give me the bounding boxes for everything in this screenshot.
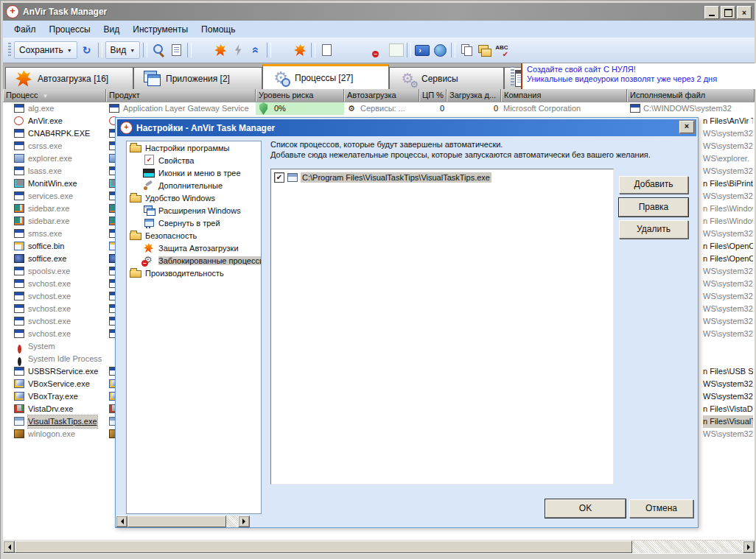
- tree-item[interactable]: Заблокированные процессы: [127, 254, 261, 267]
- tree-item[interactable]: Свернуть в трей: [127, 217, 261, 229]
- tree-item[interactable]: Производительность: [127, 267, 261, 279]
- column-header[interactable]: Компания: [501, 89, 627, 102]
- tree-item[interactable]: Удобство Windows: [127, 191, 261, 204]
- gearx-icon[interactable]: [336, 42, 352, 58]
- tree-item[interactable]: Дополнительные: [127, 179, 261, 191]
- window-icon: [14, 104, 24, 113]
- open-folder-icon[interactable]: [195, 42, 211, 58]
- menu-item[interactable]: Файл: [7, 22, 43, 37]
- tree-item[interactable]: Настройки программы: [127, 141, 261, 154]
- delete-button[interactable]: Удалить: [619, 220, 688, 239]
- view-button[interactable]: Вид▼: [105, 41, 141, 59]
- folder-icon: [130, 270, 141, 278]
- close-button[interactable]: ×: [737, 6, 752, 19]
- refresh-icon[interactable]: ↻: [79, 42, 95, 58]
- column-header[interactable]: Автозагрузка: [344, 89, 419, 102]
- risk-cell: 0%: [256, 102, 344, 115]
- maximize-button[interactable]: [721, 6, 735, 19]
- blockgear-icon[interactable]: [371, 42, 388, 58]
- web-icon[interactable]: [432, 42, 448, 58]
- console-icon[interactable]: [414, 42, 430, 58]
- sidebar-icon: [14, 204, 24, 213]
- scrollbar-thumb[interactable]: [127, 516, 226, 527]
- settings-tree: Настройки программы Свойства Иконки и ме…: [126, 141, 262, 514]
- column-header[interactable]: Процесс▼: [3, 89, 106, 102]
- dialog-description-2: Добавьте сюда нежелательные процессы, ко…: [270, 150, 651, 159]
- tab[interactable]: Приложения [2]: [133, 67, 262, 89]
- folders-icon[interactable]: [476, 42, 492, 58]
- cancel-button[interactable]: Отмена: [629, 499, 693, 518]
- copy-icon[interactable]: [458, 42, 475, 58]
- dialog-title-bar[interactable]: + Настройки - AnVir Task Manager: [117, 119, 696, 136]
- unblock-icon[interactable]: [389, 43, 404, 57]
- menu-item[interactable]: Инструменты: [126, 22, 195, 37]
- column-header[interactable]: Продукт: [106, 89, 256, 102]
- disconnect-icon[interactable]: [230, 42, 246, 58]
- settings-dialog: + Настройки - AnVir Task Manager × Настр…: [115, 117, 699, 528]
- table-row[interactable]: alg.exe Application Layer Gateway Servic…: [3, 102, 755, 115]
- edit-button[interactable]: Правка: [619, 198, 688, 217]
- minimize-button[interactable]: [704, 6, 719, 19]
- save-button[interactable]: Сохранить▼: [14, 41, 77, 59]
- column-header[interactable]: ЦП %: [419, 89, 447, 102]
- toolbar-grip[interactable]: [8, 43, 11, 57]
- moveup-icon[interactable]: [248, 42, 264, 58]
- column-header[interactable]: Исполняемый файл: [627, 89, 755, 102]
- ad-banner[interactable]: Создайте свой сайт С НУЛЯ! Уникальные ви…: [521, 63, 756, 89]
- tab[interactable]: Автозагрузка [16]: [5, 67, 133, 89]
- tab[interactable]: Сервисы: [389, 67, 504, 89]
- toolbar-icons: [150, 42, 528, 58]
- add-button[interactable]: Добавить: [619, 176, 688, 194]
- window-bottom-border: [3, 553, 755, 558]
- tab[interactable]: Процессы [27]: [262, 64, 389, 90]
- ok-button[interactable]: OK: [545, 499, 626, 518]
- vbox-icon: [14, 392, 24, 401]
- restart-icon[interactable]: [274, 42, 290, 58]
- spell-icon[interactable]: [494, 42, 510, 58]
- go-icon[interactable]: [511, 42, 528, 58]
- kill-icon[interactable]: [354, 42, 370, 58]
- tree-item[interactable]: Расширения Windows: [127, 204, 261, 217]
- dialog-close-button[interactable]: ×: [679, 121, 694, 133]
- newfile-icon[interactable]: [318, 42, 335, 58]
- services-tab-icon: [399, 70, 416, 88]
- menu-bar: ФайлПроцессыВидИнструментыПомощь: [3, 21, 755, 38]
- menu-item[interactable]: Вид: [97, 22, 127, 37]
- dialog-description-1: Список процессов, которые будут завершен…: [270, 140, 503, 149]
- tree-horizontal-scrollbar: [116, 516, 250, 527]
- tree-item[interactable]: Защита Автозагрузки: [127, 242, 261, 254]
- search-icon[interactable]: [150, 42, 167, 58]
- dialog-title: Настройки - AnVir Task Manager: [136, 123, 275, 133]
- column-header[interactable]: Загрузка д...: [447, 89, 501, 102]
- tree-item[interactable]: Безопасность: [127, 229, 261, 242]
- title-bar[interactable]: + AnVir Task Manager ×: [3, 3, 755, 21]
- blocked-process-item[interactable]: ✔ C:\Program Files\VisualTaskTips\Visual…: [271, 171, 613, 184]
- menu-item[interactable]: Процессы: [43, 22, 97, 37]
- flame2-icon[interactable]: [292, 42, 308, 58]
- chevron-down-icon: ▼: [130, 48, 135, 53]
- shield-icon: [259, 102, 267, 115]
- triangle-right-icon: [242, 518, 248, 524]
- tree-item[interactable]: Свойства: [127, 154, 261, 166]
- flame-icon[interactable]: [212, 42, 228, 58]
- window-icon: [14, 229, 24, 238]
- panel-grip[interactable]: [511, 66, 514, 85]
- report-icon[interactable]: [168, 42, 184, 58]
- checkbox[interactable]: ✔: [274, 172, 284, 183]
- sep: [187, 43, 192, 57]
- menu-item[interactable]: Помощь: [195, 22, 242, 37]
- folder-icon: [130, 145, 141, 152]
- window-icon: [14, 166, 24, 175]
- scroll-right-button[interactable]: [743, 541, 755, 553]
- tree-item[interactable]: Иконки и меню в трее: [127, 166, 261, 179]
- sep: [451, 43, 455, 57]
- scroll-left-button[interactable]: [3, 541, 15, 553]
- triangle-left-icon: [5, 544, 11, 550]
- blocked-processes-list[interactable]: ✔ C:\Program Files\VisualTaskTips\Visual…: [270, 169, 614, 485]
- scroll-right-button[interactable]: [238, 516, 250, 527]
- scrollbar-thumb[interactable]: [15, 541, 632, 553]
- scroll-left-button[interactable]: [116, 516, 127, 527]
- triangle-left-icon: [118, 518, 124, 524]
- gear-icon: ⚙: [348, 102, 355, 115]
- column-header[interactable]: Уровень риска: [256, 89, 344, 102]
